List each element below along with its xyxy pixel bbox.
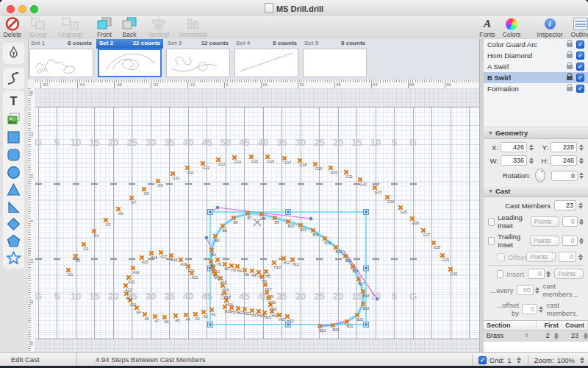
curve-tool[interactable]	[3, 68, 24, 89]
cast-marker-B5[interactable]: B5	[220, 224, 226, 229]
cast-marker-G3[interactable]: G3	[82, 242, 87, 247]
set-thumbnail-1[interactable]: Set 18 counts	[28, 39, 95, 79]
cast-marker-B17[interactable]: B17	[356, 277, 362, 282]
pen-tool[interactable]	[3, 43, 24, 64]
y-stepper[interactable]	[578, 143, 584, 152]
cast-marker-H29[interactable]: H29	[267, 296, 272, 301]
unit-popup[interactable]: Points	[530, 236, 559, 246]
cast-marker-B8[interactable]: B8	[259, 212, 265, 217]
w-field[interactable]: 336	[501, 155, 527, 166]
cast-marker-G15[interactable]: G15	[249, 155, 254, 160]
title-bar[interactable]: MS Drill.drill	[0, 0, 588, 17]
cast-marker-A11[interactable]: A11	[124, 291, 129, 297]
cast-marker-H2[interactable]: H2	[223, 262, 228, 267]
outline-button[interactable]: Outline	[567, 17, 588, 38]
cast-marker-A13[interactable]: A13	[126, 275, 132, 280]
cast-marker-G9[interactable]: G9	[156, 179, 161, 184]
layer-visible-checkbox[interactable]: ✓	[576, 52, 584, 60]
y-field[interactable]: 228	[551, 142, 577, 152]
lock-open-icon[interactable]	[567, 87, 573, 91]
layer-visible-checkbox[interactable]: ✓	[576, 74, 584, 82]
edit-mode-indicator[interactable]: Edit Cast	[0, 353, 77, 367]
cast-marker-H6[interactable]: H6	[250, 269, 255, 274]
cast-marker-H28[interactable]: H28	[265, 290, 270, 295]
cast-marker-G14[interactable]: G14	[232, 155, 237, 160]
cast-marker-G22[interactable]: G22	[358, 177, 363, 183]
lock-open-icon[interactable]	[567, 43, 573, 47]
grid-checkbox[interactable]: ✓	[478, 356, 487, 364]
fonts-button[interactable]: AFonts	[476, 17, 498, 38]
cast-marker-B23[interactable]: B23	[318, 324, 323, 329]
layer-row-b-swirl[interactable]: B Swirl✓	[484, 72, 588, 83]
cast-marker-H21[interactable]: H21	[236, 306, 241, 311]
cast-marker-A8[interactable]: A8	[143, 312, 148, 317]
layer-row-a-swirl[interactable]: A Swirl✓	[484, 61, 588, 72]
insert-unit-popup[interactable]: Points	[554, 269, 584, 279]
section-table-row[interactable]: Brass⇕223	[484, 330, 588, 342]
cast-marker-A15[interactable]: A15	[140, 255, 145, 261]
lock-open-icon[interactable]	[567, 54, 573, 58]
cast-marker-G25[interactable]: G25	[398, 205, 404, 210]
cast-marker-A2[interactable]: A2	[201, 310, 207, 315]
cast-marker-G13[interactable]: G13	[216, 158, 221, 163]
cast-marker-B11[interactable]: B11	[298, 223, 304, 228]
set-thumbnail-5[interactable]: Set 58 counts	[301, 39, 368, 79]
cast-marker-G17[interactable]: G17	[282, 156, 287, 161]
insert-stepper[interactable]	[546, 269, 551, 279]
cast-marker-B16[interactable]: B16	[351, 264, 356, 269]
cast-marker-G23[interactable]: G23	[373, 185, 378, 191]
cast-marker-H10[interactable]: H10	[272, 261, 277, 266]
cast-marker-B9[interactable]: B9	[273, 216, 278, 221]
cast-marker-H8[interactable]: H8	[264, 269, 269, 275]
rotation-field[interactable]: 0	[551, 171, 578, 181]
count-field[interactable]: 23	[559, 332, 581, 339]
cast-marker-B3[interactable]: B3	[209, 248, 215, 253]
lock-closed-icon[interactable]	[567, 76, 573, 80]
cast-marker-H15[interactable]: H15	[218, 276, 223, 281]
cast-members-field[interactable]: 23	[554, 200, 576, 210]
cast-marker-B20[interactable]: B20	[355, 313, 360, 318]
cast-marker-B12[interactable]: B12	[311, 228, 316, 233]
grid-stepper[interactable]	[516, 355, 522, 365]
cast-marker-A1[interactable]: A1	[209, 308, 215, 313]
drill-canvas[interactable]: G510152025303540455045403530252015105GG5…	[35, 88, 479, 352]
cast-marker-A18[interactable]: A18	[169, 253, 174, 258]
cast-marker-H18[interactable]: H18	[224, 298, 229, 303]
cast-marker-G4[interactable]: G4	[92, 229, 97, 234]
cast-marker-B18[interactable]: B18	[361, 289, 366, 294]
cast-marker-A4[interactable]: A4	[184, 313, 189, 318]
h-field[interactable]: 246	[551, 155, 577, 166]
rotation-knob[interactable]	[535, 169, 545, 183]
cast-marker-B15[interactable]: B15	[343, 254, 348, 259]
cast-marker-H1[interactable]: H1	[215, 258, 220, 263]
section-popup[interactable]: Brass⇕	[484, 332, 530, 339]
cast-marker-G6[interactable]: G6	[116, 207, 121, 212]
delete-button[interactable]: Delete	[1, 17, 24, 38]
cast-marker-G20[interactable]: G20	[329, 166, 334, 171]
cast-marker-H5[interactable]: H5	[243, 268, 248, 273]
cast-marker-G19[interactable]: G19	[313, 162, 318, 167]
layer-visible-checkbox[interactable]: ✓	[576, 40, 584, 49]
cast-marker-H24[interactable]: H24	[257, 309, 262, 314]
insert-value-field[interactable]: 0	[528, 269, 545, 279]
back-button[interactable]: Back	[118, 17, 141, 38]
cast-marker-H11[interactable]: H11	[282, 256, 287, 261]
first-field[interactable]: 2	[530, 332, 552, 339]
cast-marker-B10[interactable]: B10	[286, 219, 291, 224]
offsetby-field[interactable]: 0	[522, 304, 537, 314]
cast-marker-B19[interactable]: B19	[361, 302, 366, 307]
lock-open-icon[interactable]	[567, 65, 573, 69]
front-button[interactable]: Front	[93, 17, 116, 38]
cast-marker-H31[interactable]: H31	[277, 313, 282, 318]
set-thumbnail-2[interactable]: Set 222 counts	[96, 39, 163, 79]
rotation-stepper[interactable]	[579, 171, 584, 180]
cast-marker-G29[interactable]: G29	[440, 253, 445, 258]
cast-marker-A3[interactable]: A3	[193, 312, 198, 317]
cast-marker-H25[interactable]: H25	[262, 311, 268, 316]
inset-value-field[interactable]: 0	[562, 216, 578, 227]
cast-marker-H27[interactable]: H27	[263, 283, 268, 288]
inset-stepper[interactable]	[579, 236, 584, 246]
h-stepper[interactable]	[578, 156, 584, 166]
cast-marker-G11[interactable]: G11	[185, 166, 190, 171]
cast-marker-H20[interactable]: H20	[229, 305, 234, 311]
